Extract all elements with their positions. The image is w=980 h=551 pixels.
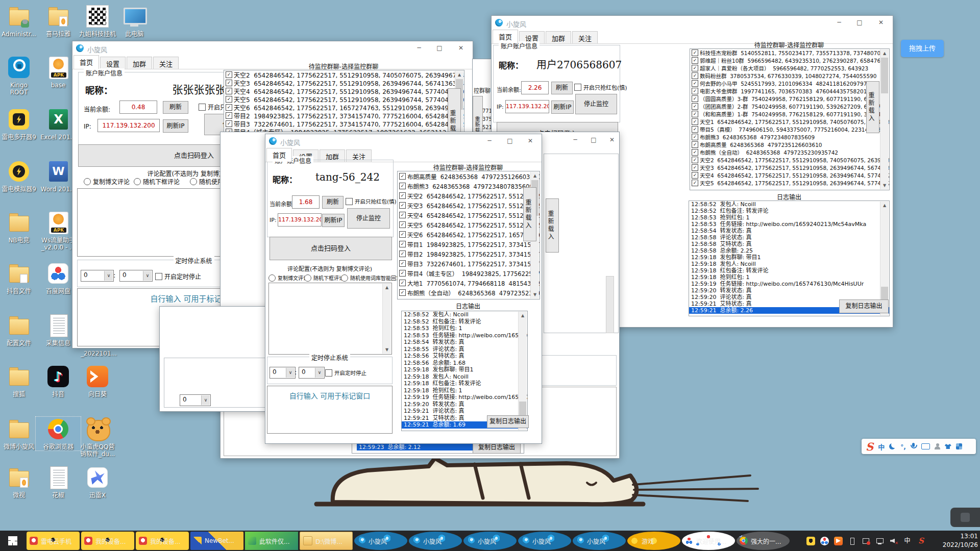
window-a-titlebar[interactable]: 小旋风: [72, 41, 473, 55]
checked-checkbox-icon[interactable]: [399, 173, 406, 180]
checked-checkbox-icon[interactable]: [226, 104, 232, 111]
checked-checkbox-icon[interactable]: [399, 251, 406, 257]
checked-checkbox-icon[interactable]: [226, 96, 232, 103]
log-row[interactable]: 12:58:58 评论状态: 真: [689, 234, 889, 241]
log-row[interactable]: 12:58:52 红包备注: 转发评论: [689, 208, 889, 214]
checked-checkbox-icon[interactable]: [692, 164, 698, 171]
log-row[interactable]: 12:59:18 红包备注: 转发评论: [689, 267, 889, 274]
log-row-selected[interactable]: 12:59:23 总余额: 2.12: [357, 444, 473, 450]
group-row[interactable]: 天空5 6542846542, 1775622517, 5512910958, …: [398, 220, 540, 230]
log-row[interactable]: 12:58:54 转发状态: 真: [402, 339, 527, 346]
taskbar-item[interactable]: 小旋风: [463, 532, 517, 550]
refresh-ip-button[interactable]: 刷新IP: [163, 119, 188, 133]
log-row[interactable]: 12:58:55 评论状态: 真: [402, 346, 527, 353]
tray-icon[interactable]: S: [917, 537, 925, 545]
group-row[interactable]: 天空5 6542846542, 1775622517, 5512910958, …: [224, 95, 464, 103]
log-row[interactable]: 12:59:19 任务链接: http://weibo.com/16574761…: [402, 394, 527, 401]
reload-button[interactable]: 重新载入: [523, 187, 536, 241]
group-row[interactable]: 带目3 7322674601, 1775622517, 3734157470, …: [398, 259, 540, 268]
sogou-toolbar-icon[interactable]: [945, 444, 951, 449]
log-row[interactable]: 12:59:18 红包备注: 转发评论: [402, 380, 527, 387]
taskbar-item[interactable]: 小旋风: [573, 532, 626, 550]
desktop-icon[interactable]: 微博小旋风: [0, 417, 41, 450]
checked-checkbox-icon[interactable]: [692, 180, 698, 186]
group-row[interactable]: 何去野的小马甲 5245517993, 2101096334 482411816…: [690, 80, 889, 87]
only-redpacket-checkbox[interactable]: 开启只抢红包(慎): [574, 83, 627, 91]
maximize-icon[interactable]: [584, 133, 603, 146]
checked-checkbox-icon[interactable]: [226, 80, 232, 86]
group-row[interactable]: 天空6 6542846542, 1775622517, 1657274763, …: [398, 230, 540, 239]
log-row[interactable]: 12:58:56 总余额: 1.68: [402, 360, 527, 367]
log-output[interactable]: 12:58:52 发包人: Ncoill12:58:52 红包备注: 转发评论1…: [401, 311, 528, 431]
group-row[interactable]: 天空6 6542846542, 1775622517, 1657274763, …: [224, 103, 464, 111]
radio-option[interactable]: 随机使用词库智能回复: [341, 274, 401, 282]
log-row[interactable]: 12:59:18 发包群聊: 带目1: [402, 366, 527, 373]
window-b-titlebar[interactable]: 小旋风: [492, 16, 893, 30]
copy-log-button[interactable]: 复制日志输出: [487, 415, 529, 428]
checked-checkbox-icon[interactable]: [692, 72, 698, 79]
desktop-icon[interactable]: 此电脑: [112, 4, 157, 38]
group-row[interactable]: 天空3 6542846542, 1775622517, 5512910958, …: [224, 79, 464, 87]
group-row[interactable]: 布朗熊3 6248365368 4797234807835609: [398, 181, 540, 191]
timer-hour-select[interactable]: 0: [81, 270, 114, 282]
taskbar-item[interactable]: 此软件仅...: [245, 532, 298, 550]
desktop-icon[interactable]: 雷电多开器9: [0, 107, 41, 141]
group-row[interactable]: 郭维超｜粉丝10群 5966596482, 6439235310, 276239…: [690, 57, 889, 64]
sogou-toolbar-icon[interactable]: [935, 443, 940, 449]
drag-upload-button[interactable]: 拖拽上传: [901, 40, 944, 57]
only-redpacket-checkbox[interactable]: 开启只抢红包(慎): [346, 197, 397, 205]
close-icon[interactable]: [521, 134, 540, 147]
group-row[interactable]: （团团高质量）2-群 7540249958, 6077191190, 53926…: [690, 103, 889, 110]
group-row[interactable]: 布朗高质量 6248365368 4797235126603610: [690, 141, 889, 148]
timer-select[interactable]: 0: [180, 394, 211, 406]
log-row[interactable]: 12:59:19 任务链接: http://weibo.com/16574761…: [689, 281, 889, 287]
tray-icon[interactable]: [806, 537, 815, 545]
group-row[interactable]: 天空4 6542846542, 1775622517, 5512910958, …: [398, 210, 540, 220]
checked-checkbox-icon[interactable]: [692, 80, 698, 87]
scrollbar-fragment[interactable]: [606, 276, 614, 333]
log-row[interactable]: 12:58:53 抢到红包: 1: [689, 214, 889, 221]
group-row[interactable]: 天空4 6542846542, 1775622517, 5512910958, …: [690, 171, 889, 179]
taskbar-item[interactable]: 强大的一...: [737, 532, 790, 550]
log-row[interactable]: 12:58:53 任务链接: http://weibo.com/16592402…: [689, 221, 889, 228]
sogou-toolbar-icon[interactable]: [921, 443, 930, 449]
minimize-icon[interactable]: [566, 133, 585, 146]
stop-monitor-button[interactable]: 停止监控: [347, 208, 390, 229]
monitor-group-list[interactable]: 科技怪杰宠粉群 5140552811, 7550234177, 73557133…: [690, 48, 890, 190]
desktop-icon[interactable]: 花椒: [36, 465, 81, 499]
group-row[interactable]: （和和高质量）1-群 7540249958, 7762158129, 60771…: [690, 110, 889, 118]
close-icon[interactable]: [871, 16, 891, 29]
log-row[interactable]: 12:59:18 抢到红包: 1: [402, 387, 527, 394]
checked-checkbox-icon[interactable]: [692, 126, 698, 133]
tab[interactable]: 关注: [572, 31, 598, 43]
group-row[interactable]: 电影大爷金牌群 1997741165, 7036570383 476044435…: [690, 87, 889, 95]
desktop-icon[interactable]: 喜马拉雅: [36, 4, 81, 38]
start-button[interactable]: [0, 531, 26, 551]
radio-option[interactable]: 随机下框评论: [134, 177, 180, 186]
log-row[interactable]: 12:59:20 转发状态: 真: [402, 401, 527, 408]
log-output[interactable]: 12:58:52 发包人: Ncoill12:58:52 红包备注: 转发评论1…: [689, 201, 890, 316]
checked-checkbox-icon[interactable]: [692, 172, 698, 179]
group-row[interactable]: 布朗熊（全自动） 6248365368 4797235230935742: [690, 148, 889, 156]
maximize-icon[interactable]: [500, 134, 520, 147]
tab[interactable]: 首页: [74, 55, 99, 69]
group-row[interactable]: 天空1 6542846542, 1775622517, 5512910958, …: [690, 118, 889, 126]
taskbar-item[interactable]: NewBet...: [190, 532, 243, 550]
checked-checkbox-icon[interactable]: [399, 192, 406, 199]
checked-checkbox-icon[interactable]: [692, 157, 698, 163]
group-row[interactable]: 布朗熊3 6248365368 4797234807835609: [690, 133, 889, 141]
balance-field[interactable]: 0.48: [119, 101, 157, 114]
sogou-toolbar-icon[interactable]: [900, 443, 906, 450]
monitor-group-list[interactable]: 布朗高质量 6248365368 4797235126603610 布朗熊3 6…: [397, 171, 540, 299]
note-box[interactable]: 自行输入 可用于标记窗口: [267, 386, 393, 434]
timer-hour-select[interactable]: 0: [270, 367, 296, 379]
checked-checkbox-icon[interactable]: [399, 202, 406, 209]
radio-option[interactable]: 复制博文评论: [268, 274, 308, 282]
taskbar-item[interactable]: 欢迎使用...: [682, 532, 735, 550]
balance-field[interactable]: 2.26: [521, 81, 549, 94]
tray-icon[interactable]: [820, 537, 829, 545]
group-row[interactable]: 天空5 6542846542, 1775622517, 5512910958, …: [690, 179, 889, 187]
ip-field[interactable]: 117.139.132.200: [505, 100, 549, 113]
minimize-icon[interactable]: [829, 16, 849, 29]
checked-checkbox-icon[interactable]: [692, 49, 698, 56]
